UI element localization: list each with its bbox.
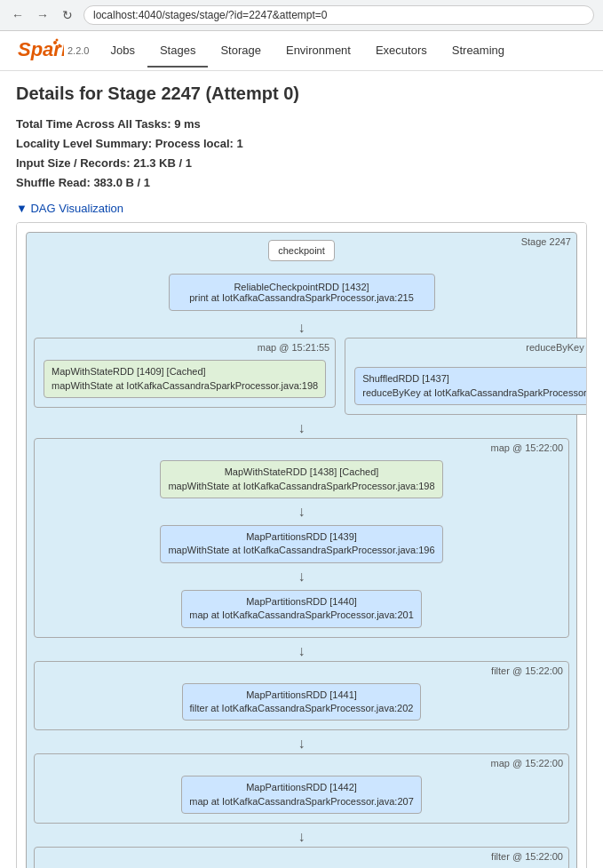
arrow-1: ↓	[34, 318, 569, 338]
back-button[interactable]: ←	[9, 6, 27, 24]
spark-logo-icon: Spark	[18, 38, 64, 63]
shuffled-rdd: ShuffledRDD [1437] reduceByKey at IotKaf…	[354, 367, 587, 405]
arrow-4: ↓	[298, 567, 305, 586]
meta-locality: Locality Level Summary: Process local: 1	[16, 134, 587, 154]
nav-jobs[interactable]: Jobs	[98, 35, 147, 68]
filter-label-1: filter @ 15:22:00	[491, 665, 563, 676]
stage-2247-wrapper: Stage 2247 checkpoint ReliableCheckpoint…	[26, 232, 577, 868]
mapWithState-rdd2: MapWithStateRDD [1438] [Cached] mapWithS…	[160, 460, 442, 498]
nav-storage[interactable]: Storage	[208, 35, 274, 68]
arrow-3: ↓	[298, 502, 305, 522]
checkpoint-box: checkpoint	[268, 240, 335, 261]
nav-links: Jobs Stages Storage Environment Executor…	[98, 35, 517, 68]
svg-point-3	[56, 39, 59, 42]
refresh-button[interactable]: ↻	[59, 6, 76, 24]
meta-info: Total Time Across All Tasks: 9 ms Locali…	[16, 115, 587, 193]
spark-version: 2.2.0	[67, 45, 89, 56]
svg-text:Spark: Spark	[18, 38, 64, 60]
meta-shuffle: Shuffle Read: 383.0 B / 1	[16, 173, 587, 193]
mapPartitions-1439: MapPartitionsRDD [1439] mapWithState at …	[160, 525, 442, 563]
meta-total-time: Total Time Across All Tasks: 9 ms	[16, 115, 587, 134]
nav-executors[interactable]: Executors	[363, 35, 440, 68]
spark-navbar: Spark 2.2.0 Jobs Stages Storage Environm…	[0, 31, 603, 71]
arrow-6: ↓	[34, 734, 569, 753]
arrow-2: ↓	[34, 418, 569, 438]
dag-toggle[interactable]: ▼ DAG Visualization	[16, 202, 123, 215]
reduceByKey-label: reduceByKey @ 15:22:00	[526, 342, 587, 353]
nav-stages[interactable]: Stages	[147, 35, 208, 68]
map-label-1: map @ 15:21:55	[258, 342, 330, 353]
browser-bar: ← → ↻ localhost:4040/stages/stage/?id=22…	[0, 0, 603, 31]
arrow-7: ↓	[34, 827, 569, 847]
dag-visualization: Stage 2247 checkpoint ReliableCheckpoint…	[16, 222, 587, 868]
stage-label: Stage 2247	[521, 236, 571, 247]
nav-environment[interactable]: Environment	[274, 35, 363, 68]
page-title: Details for Stage 2247 (Attempt 0)	[16, 84, 587, 104]
mapPartitions-1441: MapPartitionsRDD [1441] filter at IotKaf…	[182, 683, 422, 721]
mapWithState-rdd: MapWithStateRDD [1409] [Cached] mapWithS…	[44, 360, 326, 398]
meta-input: Input Size / Records: 21.3 KB / 1	[16, 154, 587, 173]
mapPartitions-1442: MapPartitionsRDD [1442] map at IotKafkaC…	[181, 776, 422, 814]
mapPartitions-1440: MapPartitionsRDD [1440] map at IotKafkaC…	[181, 590, 422, 628]
page-content: Details for Stage 2247 (Attempt 0) Total…	[0, 71, 603, 868]
nav-streaming[interactable]: Streaming	[440, 35, 517, 68]
map-label-3: map @ 15:22:00	[491, 758, 564, 768]
svg-point-2	[59, 44, 61, 47]
filter-label-2: filter @ 15:22:00	[491, 851, 563, 862]
spark-logo: Spark 2.2.0	[9, 31, 98, 70]
reliable-rdd-box: ReliableCheckpointRDD [1432] print at Io…	[169, 274, 435, 311]
arrow-5: ↓	[34, 641, 569, 661]
map-label-2: map @ 15:22:00	[491, 442, 564, 453]
forward-button[interactable]: →	[34, 6, 52, 24]
svg-point-1	[53, 41, 57, 44]
address-bar[interactable]: localhost:4040/stages/stage/?id=2247&att…	[83, 5, 594, 25]
